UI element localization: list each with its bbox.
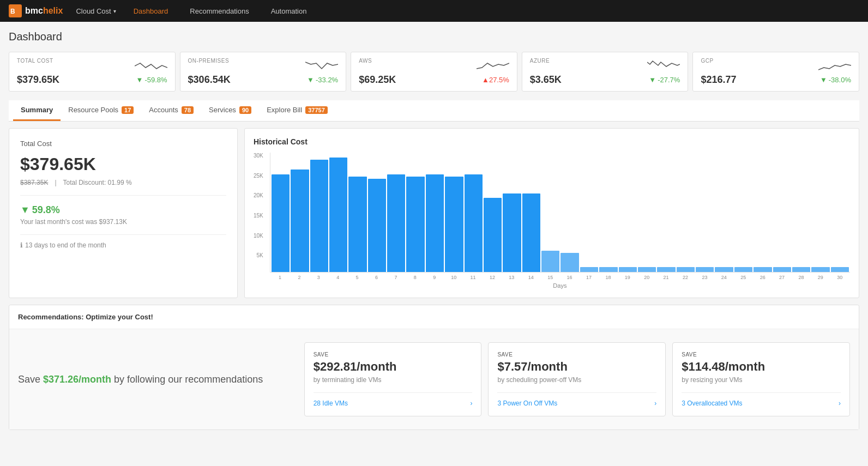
rec-desc-1: by terminating idle VMs [314, 376, 473, 384]
chart-panel: Historical Cost 30K 25K 20K 15K 10K 5K 1… [244, 128, 859, 298]
rec-card-power-off-vms: SAVE $7.57/month by scheduling power-off… [488, 342, 666, 416]
tab-explore-bill[interactable]: Explore Bill 37757 [259, 100, 335, 121]
rec-save-label-3: SAVE [682, 352, 841, 358]
bar-28 [792, 267, 810, 272]
azure-cost-change: ▼ -27.7% [649, 76, 680, 84]
nav-dashboard[interactable]: Dashboard [129, 5, 173, 17]
page-title: Dashboard [9, 31, 859, 43]
aws-cost-label: AWS [359, 58, 372, 64]
tab-accounts[interactable]: Accounts 78 [141, 100, 201, 121]
tab-summary[interactable]: Summary [13, 100, 61, 121]
cloud-cost-menu[interactable]: Cloud Cost ▾ [76, 7, 116, 15]
cost-card-gcp: GCP $216.77 ▼ -38.0% [692, 52, 859, 92]
bar-21 [657, 267, 675, 272]
rec-card-overallocated-vms: SAVE $114.48/month by resizing your VMs … [672, 342, 850, 416]
bar-26 [754, 267, 771, 272]
bar-23 [696, 267, 714, 272]
azure-cost-label: AZURE [530, 58, 550, 64]
cost-detail-row: $387.35K | Total Discount: 01.99 % [20, 179, 226, 196]
chevron-right-icon: › [839, 400, 841, 407]
bar-16 [560, 253, 578, 272]
rec-save-label-1: SAVE [314, 352, 473, 358]
cost-card-aws: AWS $69.25K ▲27.5% [351, 52, 517, 92]
bar-5 [348, 177, 366, 272]
chart-container: 30K 25K 20K 15K 10K 5K 12345678910111213… [254, 153, 850, 289]
tab-services[interactable]: Services 90 [201, 100, 259, 121]
bar-11 [465, 174, 483, 272]
cost-card-azure: AZURE $3.65K ▼ -27.7% [522, 52, 689, 92]
tab-resource-pools[interactable]: Resource Pools 17 [61, 100, 141, 121]
total-cost-label: TOTAL COST [17, 58, 53, 64]
cost-cards-row: TOTAL COST $379.65K ▼ -59.8% ON-PREMISES [9, 52, 859, 92]
onprem-cost-chart [305, 58, 338, 74]
explore-bill-badge: 37757 [305, 106, 328, 114]
total-cost-panel: Total Cost $379.65K $387.35K | Total Dis… [9, 128, 238, 298]
aws-cost-value: $69.25K [359, 74, 396, 86]
x-axis-labels: 1234567891011121314151617181920212223242… [270, 273, 850, 280]
total-cost-chart [135, 58, 167, 74]
bar-13 [503, 193, 521, 272]
rec-header: Recommendations: Optimize your Cost! [9, 305, 859, 329]
original-cost: $387.35K [20, 179, 48, 186]
page-content: Dashboard TOTAL COST $379.65K ▼ -59.8% O… [0, 22, 868, 466]
nav-recommendations[interactable]: Recommendations [185, 5, 253, 17]
chevron-right-icon: › [654, 400, 656, 407]
bar-15 [541, 251, 559, 272]
down-arrow-icon: ▼ [820, 76, 827, 84]
rec-save-amount: $371.26/month [43, 374, 111, 385]
total-cost-big-value: $379.65K [20, 154, 226, 174]
x-axis-label: Days [270, 282, 850, 289]
discount-label: Total Discount: 01.99 % [63, 179, 132, 186]
down-triangle-icon: ▼ [20, 204, 30, 216]
bar-29 [811, 267, 829, 272]
total-cost-panel-title: Total Cost [20, 140, 226, 148]
tab-bar: Summary Resource Pools 17 Accounts 78 Se… [9, 100, 859, 122]
bar-22 [677, 267, 695, 272]
rec-desc-3: by resizing your VMs [682, 376, 841, 384]
rec-amount-2: $7.57/month [497, 360, 656, 374]
bar-3 [310, 160, 328, 272]
bar-12 [484, 198, 502, 272]
last-month-text: Your last month's cost was $937.13K [20, 218, 226, 226]
bar-18 [599, 267, 617, 272]
bmc-logo-icon: B [9, 4, 22, 17]
bar-14 [522, 193, 540, 272]
bar-20 [638, 267, 656, 272]
down-arrow-icon: ▼ [136, 76, 143, 84]
rec-card-idle-vms: SAVE $292.81/month by terminating idle V… [304, 342, 482, 416]
azure-cost-chart [647, 58, 680, 74]
svg-text:B: B [10, 8, 15, 15]
aws-cost-chart [477, 58, 509, 74]
cost-card-onprem: ON-PREMISES $306.54K ▼ -33.2% [180, 52, 347, 92]
bar-19 [619, 267, 637, 272]
onprem-cost-value: $306.54K [188, 74, 231, 86]
gcp-cost-value: $216.77 [701, 74, 736, 86]
rec-link-idle-vms[interactable]: 28 Idle VMs › [314, 392, 473, 407]
bar-25 [734, 267, 752, 272]
rec-body: Save $371.26/month by following our reco… [9, 329, 859, 429]
navigation: B bmchelix Cloud Cost ▾ Dashboard Recomm… [0, 0, 868, 22]
end-month-text: ℹ 13 days to end of the month [20, 234, 226, 249]
rec-link-overallocated-vms[interactable]: 3 Overallocated VMs › [682, 392, 841, 407]
onprem-cost-label: ON-PREMISES [188, 58, 230, 64]
cost-card-total: TOTAL COST $379.65K ▼ -59.8% [9, 52, 176, 92]
onprem-cost-change: ▼ -33.2% [307, 76, 338, 84]
gcp-cost-label: GCP [701, 58, 713, 64]
nav-automation[interactable]: Automation [267, 5, 311, 17]
down-arrow-icon: ▼ [307, 76, 314, 84]
logo: B bmchelix [9, 4, 63, 17]
rec-link-power-off-vms[interactable]: 3 Power On Off VMs › [497, 392, 656, 407]
bar-6 [368, 179, 386, 272]
y-axis: 30K 25K 20K 15K 10K 5K [254, 153, 266, 273]
bar-30 [831, 267, 849, 272]
bar-2 [291, 170, 309, 272]
bars-container [270, 153, 850, 273]
discount-text: | [55, 179, 56, 186]
azure-cost-value: $3.65K [530, 74, 562, 86]
services-badge: 90 [239, 106, 251, 114]
bar-8 [406, 177, 424, 272]
main-content: Total Cost $379.65K $387.35K | Total Dis… [9, 122, 859, 305]
chevron-down-icon: ▾ [113, 8, 116, 14]
rec-amount-1: $292.81/month [314, 360, 473, 374]
down-arrow-icon: ▼ [649, 76, 656, 84]
